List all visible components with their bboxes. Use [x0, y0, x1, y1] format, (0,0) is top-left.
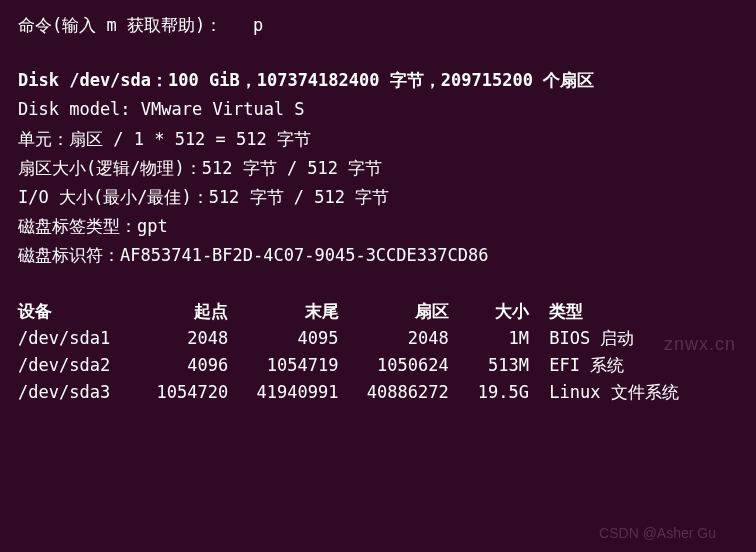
cell-end: 4095 — [239, 325, 339, 352]
cell-start: 1054720 — [138, 379, 228, 406]
cell-end: 41940991 — [239, 379, 339, 406]
command-prompt-line: 命令(输入 m 获取帮助)： p — [18, 12, 738, 39]
cell-end: 1054719 — [239, 352, 339, 379]
prompt-input[interactable]: p — [253, 15, 263, 35]
cell-sectors: 2048 — [349, 325, 449, 352]
watermark-author: CSDN @Asher Gu — [599, 522, 716, 544]
table-row: /dev/sda3 1054720 41940991 40886272 19.5… — [18, 379, 738, 406]
header-end: 末尾 — [239, 298, 339, 325]
cell-start: 4096 — [138, 352, 228, 379]
cell-sectors: 1050624 — [349, 352, 449, 379]
header-type: 类型 — [539, 298, 583, 325]
disk-header: Disk /dev/sda：100 GiB，107374182400 字节，20… — [18, 67, 738, 94]
cell-type: Linux 文件系统 — [539, 379, 678, 406]
cell-type: BIOS 启动 — [539, 325, 634, 352]
disk-unit: 单元：扇区 / 1 * 512 = 512 字节 — [18, 126, 738, 153]
disk-io-size: I/O 大小(最小/最佳)：512 字节 / 512 字节 — [18, 184, 738, 211]
disk-label-type: 磁盘标签类型：gpt — [18, 213, 738, 240]
cell-start: 2048 — [138, 325, 228, 352]
cell-type: EFI 系统 — [539, 352, 624, 379]
partition-table: 设备 起点 末尾 扇区 大小 类型 /dev/sda1 2048 4095 20… — [18, 298, 738, 407]
cell-device: /dev/sda3 — [18, 379, 128, 406]
disk-model: Disk model: VMware Virtual S — [18, 96, 738, 123]
header-start: 起点 — [138, 298, 228, 325]
cell-size: 19.5G — [459, 379, 529, 406]
cell-device: /dev/sda2 — [18, 352, 128, 379]
cell-device: /dev/sda1 — [18, 325, 128, 352]
header-device: 设备 — [18, 298, 128, 325]
cell-size: 1M — [459, 325, 529, 352]
disk-info-block: Disk /dev/sda：100 GiB，107374182400 字节，20… — [18, 67, 738, 269]
table-row: /dev/sda1 2048 4095 2048 1M BIOS 启动 — [18, 325, 738, 352]
cell-sectors: 40886272 — [349, 379, 449, 406]
prompt-label: 命令(输入 m 获取帮助)： — [18, 15, 222, 35]
table-row: /dev/sda2 4096 1054719 1050624 513M EFI … — [18, 352, 738, 379]
header-size: 大小 — [459, 298, 529, 325]
disk-sector-size: 扇区大小(逻辑/物理)：512 字节 / 512 字节 — [18, 155, 738, 182]
header-sectors: 扇区 — [349, 298, 449, 325]
disk-identifier: 磁盘标识符：AF853741-BF2D-4C07-9045-3CCDE337CD… — [18, 242, 738, 269]
table-header-row: 设备 起点 末尾 扇区 大小 类型 — [18, 298, 738, 325]
cell-size: 513M — [459, 352, 529, 379]
